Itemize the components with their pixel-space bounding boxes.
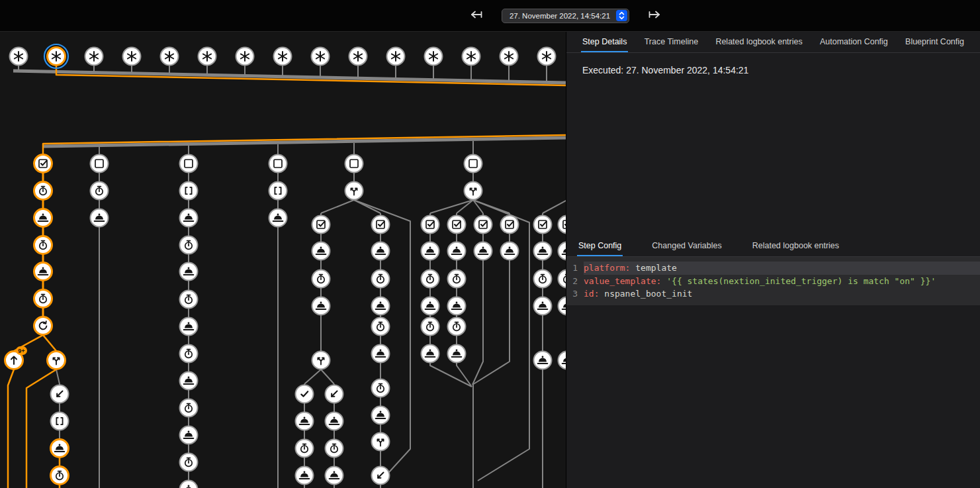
graph-node-asterisk[interactable] bbox=[387, 48, 405, 66]
graph-node-service[interactable] bbox=[372, 297, 390, 315]
graph-node-service[interactable] bbox=[180, 209, 198, 227]
graph-node-timer[interactable] bbox=[180, 454, 198, 471]
graph-node-square[interactable] bbox=[91, 155, 109, 173]
graph-node-service[interactable] bbox=[91, 209, 109, 227]
graph-node-service[interactable] bbox=[296, 467, 314, 485]
graph-node-asterisk[interactable] bbox=[349, 48, 367, 66]
graph-node-timer[interactable] bbox=[34, 236, 52, 254]
graph-node-asterisk[interactable] bbox=[199, 48, 216, 66]
graph-node-asterisk[interactable] bbox=[161, 48, 179, 66]
graph-node-asterisk[interactable] bbox=[500, 48, 518, 66]
graph-node-checkbox[interactable] bbox=[312, 216, 330, 234]
previous-run-button[interactable] bbox=[466, 4, 487, 27]
graph-node-timer[interactable] bbox=[180, 236, 198, 254]
graph-node-arrow-decision[interactable] bbox=[372, 433, 390, 451]
graph-node-timer[interactable] bbox=[558, 270, 566, 288]
graph-node-asterisk[interactable] bbox=[425, 48, 443, 66]
tab-step-config[interactable]: Step Config bbox=[577, 236, 623, 256]
graph-node-service[interactable] bbox=[558, 297, 566, 315]
graph-node-service[interactable] bbox=[180, 263, 198, 281]
graph-node-service[interactable] bbox=[34, 209, 52, 227]
graph-node-checkbox[interactable] bbox=[558, 216, 566, 234]
graph-node-asterisk[interactable] bbox=[538, 48, 556, 66]
graph-node-timer[interactable] bbox=[534, 270, 552, 288]
graph-node-checkbox[interactable] bbox=[372, 216, 390, 234]
graph-node-checkbox[interactable] bbox=[422, 216, 439, 234]
graph-node-timer[interactable] bbox=[180, 291, 198, 309]
graph-node-checkbox[interactable] bbox=[448, 216, 466, 234]
graph-node-timer[interactable] bbox=[180, 399, 198, 417]
graph-node-timer[interactable] bbox=[448, 318, 466, 336]
graph-node-service[interactable] bbox=[312, 297, 330, 315]
graph-node-repeat[interactable] bbox=[34, 317, 52, 335]
graph-node-checkbox[interactable] bbox=[474, 216, 492, 234]
graph-node-arrow-decision[interactable] bbox=[465, 182, 482, 200]
graph-node-asterisk[interactable] bbox=[123, 48, 141, 66]
graph-node-service[interactable] bbox=[326, 467, 343, 485]
graph-node-service[interactable] bbox=[51, 440, 69, 458]
graph-node-timer[interactable] bbox=[326, 440, 343, 458]
graph-node-service[interactable] bbox=[34, 263, 52, 281]
graph-node-service[interactable] bbox=[501, 242, 519, 260]
graph-node-square[interactable] bbox=[269, 155, 287, 173]
graph-node-square[interactable] bbox=[465, 155, 482, 173]
tab-related-logbook-entries[interactable]: Related logbook entries bbox=[751, 236, 840, 256]
graph-node-brackets[interactable] bbox=[180, 182, 198, 200]
graph-node-arrow-up[interactable]: 9+ bbox=[5, 346, 28, 369]
graph-node-service[interactable] bbox=[180, 372, 198, 390]
graph-node-service[interactable] bbox=[312, 242, 330, 260]
graph-node-service[interactable] bbox=[372, 407, 390, 424]
graph-node-service[interactable] bbox=[372, 345, 390, 363]
graph-node-checkbox[interactable] bbox=[501, 216, 519, 234]
graph-node-asterisk[interactable] bbox=[312, 48, 330, 66]
graph-node-arrow-bottom-left[interactable] bbox=[51, 385, 69, 403]
graph-node-service[interactable] bbox=[558, 242, 566, 260]
graph-node-brackets[interactable] bbox=[269, 182, 287, 200]
graph-node-timer[interactable] bbox=[180, 345, 198, 363]
graph-node-service[interactable] bbox=[422, 345, 439, 363]
graph-node-checkbox[interactable] bbox=[34, 155, 52, 173]
graph-node-service[interactable] bbox=[296, 413, 314, 430]
graph-node-service[interactable] bbox=[180, 426, 198, 444]
graph-node-service[interactable] bbox=[448, 345, 466, 363]
tab-trace-timeline[interactable]: Trace Timeline bbox=[643, 32, 700, 52]
graph-node-timer[interactable] bbox=[34, 182, 52, 200]
graph-node-arrow-decision[interactable] bbox=[312, 352, 330, 369]
graph-node-service[interactable] bbox=[422, 297, 439, 315]
graph-node-service[interactable] bbox=[448, 242, 466, 260]
graph-node-brackets[interactable] bbox=[51, 413, 69, 430]
graph-node-checkbox[interactable] bbox=[534, 216, 552, 234]
tab-related-logbook-entries[interactable]: Related logbook entries bbox=[714, 32, 803, 52]
graph-node-timer[interactable] bbox=[372, 270, 390, 288]
graph-node-service[interactable] bbox=[534, 242, 552, 260]
graph-node-square[interactable] bbox=[180, 155, 198, 173]
graph-node-service[interactable] bbox=[269, 209, 287, 227]
graph-node-asterisk[interactable] bbox=[274, 48, 292, 66]
graph-node-asterisk[interactable] bbox=[463, 48, 480, 66]
graph-node-service[interactable] bbox=[326, 413, 343, 430]
graph-node-timer[interactable] bbox=[372, 379, 390, 397]
graph-node-service[interactable] bbox=[558, 352, 566, 369]
graph-node-arrow-bottom-left[interactable] bbox=[326, 385, 343, 403]
graph-node-service[interactable] bbox=[180, 481, 198, 488]
graph-node-arrow-decision[interactable] bbox=[48, 352, 66, 369]
graph-node-timer[interactable] bbox=[448, 270, 466, 288]
graph-node-asterisk[interactable] bbox=[44, 44, 68, 68]
graph-node-service[interactable] bbox=[372, 242, 390, 260]
graph-node-timer[interactable] bbox=[312, 270, 330, 288]
graph-node-service[interactable] bbox=[448, 297, 466, 315]
graph-node-square[interactable] bbox=[345, 155, 363, 173]
graph-node-asterisk[interactable] bbox=[236, 48, 254, 66]
next-run-button[interactable] bbox=[644, 4, 665, 27]
graph-node-timer[interactable] bbox=[372, 318, 390, 336]
graph-node-check[interactable] bbox=[296, 385, 314, 403]
tab-automation-config[interactable]: Automation Config bbox=[819, 32, 889, 52]
graph-node-asterisk[interactable] bbox=[85, 48, 103, 66]
graph-node-timer[interactable] bbox=[91, 182, 109, 200]
tab-step-details[interactable]: Step Details bbox=[581, 32, 628, 52]
graph-node-arrow-bottom-left[interactable] bbox=[372, 467, 390, 485]
tab-blueprint-config[interactable]: Blueprint Config bbox=[904, 32, 965, 52]
graph-node-timer[interactable] bbox=[422, 318, 439, 336]
graph-node-service[interactable] bbox=[534, 352, 552, 369]
graph-node-timer[interactable] bbox=[296, 440, 314, 458]
